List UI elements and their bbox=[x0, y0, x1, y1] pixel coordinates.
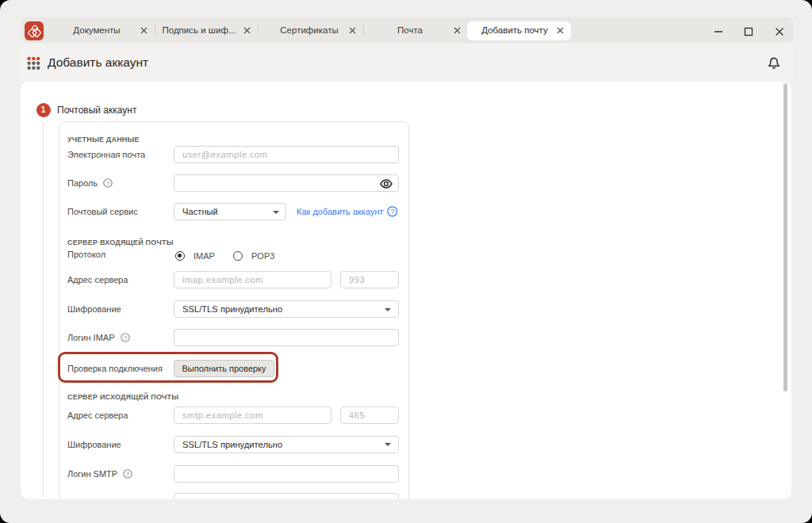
svg-text:?: ? bbox=[106, 180, 109, 187]
svg-text:?: ? bbox=[126, 470, 129, 477]
svg-text:?: ? bbox=[390, 208, 394, 216]
svg-text:?: ? bbox=[123, 334, 126, 342]
